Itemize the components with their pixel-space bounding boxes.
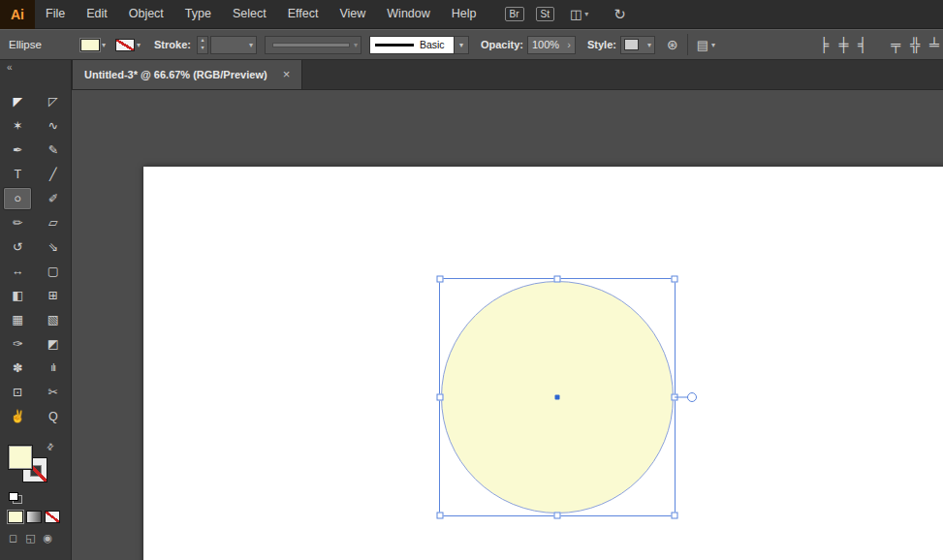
- selection-tool[interactable]: ◤: [4, 91, 31, 112]
- brush-preview: Basic: [369, 36, 455, 54]
- opacity-label: Opacity:: [481, 39, 523, 50]
- viewport[interactable]: [72, 90, 943, 560]
- stroke-color-dropdown[interactable]: ▾: [115, 39, 141, 51]
- workspace-switcher[interactable]: ◫ ▾: [570, 7, 588, 21]
- fill-color-dropdown[interactable]: ▾: [80, 39, 106, 51]
- opacity-value: 100%: [532, 39, 559, 50]
- handle-top-left[interactable]: [437, 276, 444, 283]
- opacity-field[interactable]: 100% ›: [527, 36, 576, 54]
- tool-grid: ◤ ◸ ✶ ∿ ✒ ✎ T ╱ ○ ✐ ✏ ▱ ↺ ⇘ ↔ ▢ ◧ ⊞ ▦ ▧ …: [0, 89, 71, 428]
- document-tab[interactable]: Untitled-3* @ 66.67% (RGB/Preview) ×: [72, 60, 302, 89]
- color-button[interactable]: [8, 511, 23, 523]
- handle-top-right[interactable]: [672, 276, 678, 283]
- workspace-icon: ◫: [570, 7, 582, 21]
- fill-swatch: [80, 39, 100, 51]
- side-transform-handle[interactable]: [687, 392, 697, 402]
- chevron-right-icon[interactable]: ›: [567, 40, 571, 49]
- align-horizontal-left-icon[interactable]: ╞: [819, 37, 829, 52]
- color-mode-buttons: [8, 511, 71, 523]
- sync-icon[interactable]: ↻: [613, 6, 626, 23]
- draw-normal-icon[interactable]: ◻: [9, 532, 17, 544]
- handle-middle-left[interactable]: [437, 394, 444, 401]
- blend-tool[interactable]: ◩: [40, 333, 67, 355]
- align-vertical-bottom-icon[interactable]: ╧: [929, 37, 939, 52]
- menu-effect[interactable]: Effect: [277, 0, 330, 28]
- handle-bottom-left[interactable]: [437, 513, 444, 519]
- menu-file[interactable]: File: [35, 0, 76, 28]
- stepper-up-icon[interactable]: ▴: [201, 37, 204, 45]
- menu-help[interactable]: Help: [441, 0, 487, 28]
- menu-type[interactable]: Type: [174, 0, 222, 28]
- artboard-tool[interactable]: ⊡: [4, 382, 31, 403]
- menu-window[interactable]: Window: [376, 0, 440, 28]
- chevron-down-icon: ▾: [584, 10, 588, 18]
- draw-behind-icon[interactable]: ◱: [25, 532, 35, 544]
- gradient-tool[interactable]: ▧: [40, 309, 67, 330]
- pen-tool[interactable]: ✒: [4, 140, 31, 161]
- stroke-width-dropdown[interactable]: ▾: [210, 36, 257, 54]
- draw-inside-icon[interactable]: ◉: [44, 532, 53, 544]
- menu-select[interactable]: Select: [222, 0, 277, 28]
- chevron-down-icon: ▾: [647, 41, 651, 49]
- lasso-tool[interactable]: ∿: [40, 115, 67, 137]
- none-button[interactable]: [45, 511, 60, 523]
- magic-wand-tool[interactable]: ✶: [4, 115, 31, 137]
- menubar: Ai File Edit Object Type Select Effect V…: [0, 0, 943, 29]
- handle-bottom-center[interactable]: [554, 513, 561, 519]
- width-profile-preview: [272, 43, 350, 47]
- close-icon[interactable]: ×: [283, 70, 291, 79]
- type-tool[interactable]: T: [4, 164, 31, 185]
- bridge-button[interactable]: Br: [505, 7, 524, 21]
- align-horizontal-center-icon[interactable]: ╪: [838, 37, 848, 52]
- default-fill-stroke-icon[interactable]: [9, 492, 22, 504]
- paintbrush-tool[interactable]: ✐: [40, 188, 67, 209]
- fill-swatch-button[interactable]: [8, 445, 33, 470]
- control-bar: Ellipse ▾ ▾ Stroke: ▴ ▾ ▾ ▾ Basic ▾ Opac…: [0, 29, 943, 60]
- arrange-documents-dropdown[interactable]: ▤ ▾: [697, 38, 715, 52]
- stroke-width-stepper[interactable]: ▴ ▾: [197, 36, 208, 54]
- symbol-sprayer-tool[interactable]: ✽: [4, 358, 31, 379]
- document-icon: ▤: [697, 38, 708, 52]
- ellipse-tool[interactable]: ○: [4, 188, 31, 209]
- chevron-down-icon: ▾: [102, 41, 106, 49]
- eraser-tool[interactable]: ▱: [40, 212, 67, 233]
- direct-selection-tool[interactable]: ◸: [40, 91, 67, 112]
- perspective-grid-tool[interactable]: ⊞: [40, 285, 67, 306]
- eyedropper-tool[interactable]: ✑: [4, 333, 31, 355]
- align-horizontal-right-icon[interactable]: ╡: [858, 37, 867, 52]
- chevron-down-icon[interactable]: ▾: [455, 36, 469, 54]
- width-tool[interactable]: ↔: [4, 261, 31, 282]
- curvature-tool[interactable]: ✎: [40, 140, 67, 161]
- line-segment-tool[interactable]: ╱: [40, 164, 67, 185]
- align-vertical-top-icon[interactable]: ╤: [891, 37, 900, 52]
- scale-tool[interactable]: ⇘: [40, 236, 67, 258]
- free-transform-tool[interactable]: ▢: [40, 261, 67, 282]
- gradient-button[interactable]: [26, 511, 42, 523]
- stock-button[interactable]: St: [536, 7, 554, 21]
- shaper-tool[interactable]: ✏: [4, 212, 31, 233]
- swap-fill-stroke-icon[interactable]: ⇄: [45, 441, 56, 452]
- menu-edit[interactable]: Edit: [76, 0, 118, 28]
- rotate-tool[interactable]: ↺: [4, 236, 31, 258]
- graphic-style-dropdown[interactable]: ▾: [620, 36, 655, 54]
- width-profile-dropdown: ▾: [265, 36, 361, 54]
- collapse-panel-button[interactable]: «: [0, 60, 71, 77]
- illustrator-logo[interactable]: Ai: [0, 0, 35, 29]
- handle-top-center[interactable]: [554, 276, 561, 283]
- shape-builder-tool[interactable]: ◧: [4, 285, 31, 306]
- handle-bottom-right[interactable]: [672, 513, 678, 519]
- menu-object[interactable]: Object: [118, 0, 174, 28]
- brush-stroke-sample: [375, 44, 414, 47]
- slice-tool[interactable]: ✂: [40, 382, 67, 403]
- center-anchor[interactable]: [555, 395, 560, 400]
- align-vertical-center-icon[interactable]: ╬: [910, 37, 920, 52]
- stepper-down-icon[interactable]: ▾: [201, 45, 204, 52]
- menu-view[interactable]: View: [329, 0, 376, 28]
- drawing-modes: ◻ ◱ ◉: [9, 532, 71, 544]
- zoom-tool[interactable]: Q: [40, 406, 67, 427]
- column-graph-tool[interactable]: ılı: [40, 358, 67, 379]
- recolor-artwork-icon[interactable]: ⊛: [667, 37, 678, 52]
- mesh-tool[interactable]: ▦: [4, 309, 31, 330]
- hand-tool[interactable]: ✌: [4, 406, 31, 427]
- brush-definition-dropdown[interactable]: Basic ▾: [369, 36, 469, 54]
